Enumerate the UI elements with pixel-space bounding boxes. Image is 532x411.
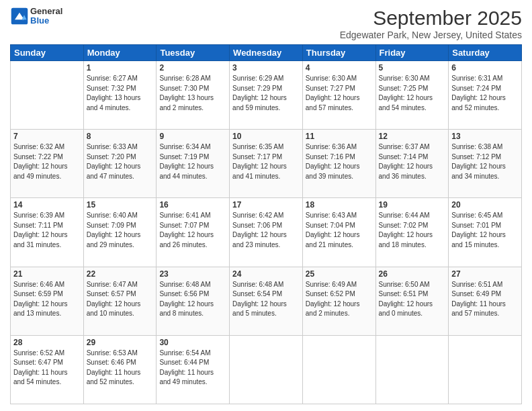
logo-general: General <box>30 7 62 16</box>
day-info: Sunrise: 6:41 AMSunset: 7:07 PMDaylight:… <box>159 211 226 250</box>
calendar-week-row: 1Sunrise: 6:27 AMSunset: 7:32 PMDaylight… <box>11 61 522 130</box>
day-number: 2 <box>159 63 226 73</box>
calendar-cell: 14Sunrise: 6:39 AMSunset: 7:11 PMDayligh… <box>11 198 84 267</box>
day-number: 10 <box>232 132 300 141</box>
calendar-cell: 17Sunrise: 6:42 AMSunset: 7:06 PMDayligh… <box>230 198 303 267</box>
day-info: Sunrise: 6:34 AMSunset: 7:19 PMDaylight:… <box>159 142 226 181</box>
day-info: Sunrise: 6:27 AMSunset: 7:32 PMDaylight:… <box>87 74 154 113</box>
day-info: Sunrise: 6:32 AMSunset: 7:22 PMDaylight:… <box>13 142 81 181</box>
logo-blue: Blue <box>30 16 62 26</box>
calendar-cell: 4Sunrise: 6:30 AMSunset: 7:27 PMDaylight… <box>302 61 375 130</box>
day-number: 22 <box>87 269 154 279</box>
day-number: 15 <box>87 200 154 210</box>
calendar-cell: 11Sunrise: 6:36 AMSunset: 7:16 PMDayligh… <box>302 130 375 198</box>
day-info: Sunrise: 6:31 AMSunset: 7:24 PMDaylight:… <box>451 74 519 113</box>
calendar-cell: 15Sunrise: 6:40 AMSunset: 7:09 PMDayligh… <box>83 198 157 267</box>
calendar-cell: 16Sunrise: 6:41 AMSunset: 7:07 PMDayligh… <box>157 198 230 267</box>
day-info: Sunrise: 6:28 AMSunset: 7:30 PMDaylight:… <box>159 74 226 113</box>
calendar-cell: 18Sunrise: 6:43 AMSunset: 7:04 PMDayligh… <box>302 198 375 267</box>
calendar-cell: 19Sunrise: 6:44 AMSunset: 7:02 PMDayligh… <box>375 198 449 267</box>
calendar-header-row: SundayMondayTuesdayWednesdayThursdayFrid… <box>11 45 522 61</box>
day-number: 4 <box>306 63 373 73</box>
day-info: Sunrise: 6:33 AMSunset: 7:20 PMDaylight:… <box>87 142 154 181</box>
day-info: Sunrise: 6:42 AMSunset: 7:06 PMDaylight:… <box>232 211 300 250</box>
calendar-cell: 13Sunrise: 6:38 AMSunset: 7:12 PMDayligh… <box>449 130 522 198</box>
calendar-cell: 7Sunrise: 6:32 AMSunset: 7:22 PMDaylight… <box>11 130 84 198</box>
day-number: 30 <box>159 338 226 347</box>
calendar-week-row: 28Sunrise: 6:52 AMSunset: 6:47 PMDayligh… <box>11 335 522 404</box>
day-info: Sunrise: 6:46 AMSunset: 6:59 PMDaylight:… <box>13 280 81 319</box>
day-number: 24 <box>232 269 300 279</box>
day-info: Sunrise: 6:43 AMSunset: 7:04 PMDaylight:… <box>306 211 373 250</box>
day-info: Sunrise: 6:50 AMSunset: 6:51 PMDaylight:… <box>379 280 446 319</box>
title-block: September 2025 Edgewater Park, New Jerse… <box>340 7 522 40</box>
day-info: Sunrise: 6:45 AMSunset: 7:01 PMDaylight:… <box>451 211 519 250</box>
day-number: 14 <box>13 200 81 210</box>
day-number: 8 <box>87 132 154 141</box>
day-number: 7 <box>13 132 81 141</box>
day-info: Sunrise: 6:37 AMSunset: 7:14 PMDaylight:… <box>379 142 446 181</box>
logo-icon <box>10 7 29 26</box>
day-number: 12 <box>379 132 446 141</box>
subtitle: Edgewater Park, New Jersey, United State… <box>340 30 522 40</box>
day-number: 5 <box>379 63 446 73</box>
calendar-cell: 23Sunrise: 6:48 AMSunset: 6:56 PMDayligh… <box>157 267 230 335</box>
calendar-cell <box>375 335 449 404</box>
day-info: Sunrise: 6:48 AMSunset: 6:56 PMDaylight:… <box>159 280 226 319</box>
day-number: 28 <box>13 338 81 347</box>
day-info: Sunrise: 6:39 AMSunset: 7:11 PMDaylight:… <box>13 211 81 250</box>
day-number: 17 <box>232 200 300 210</box>
day-info: Sunrise: 6:49 AMSunset: 6:52 PMDaylight:… <box>306 280 373 319</box>
day-number: 3 <box>232 63 300 73</box>
calendar-cell <box>11 61 84 130</box>
page: General Blue September 2025 Edgewater Pa… <box>0 0 532 411</box>
calendar-day-header: Wednesday <box>230 45 303 61</box>
day-number: 25 <box>306 269 373 279</box>
calendar-day-header: Sunday <box>11 45 84 61</box>
calendar-cell: 28Sunrise: 6:52 AMSunset: 6:47 PMDayligh… <box>11 335 84 404</box>
day-number: 9 <box>159 132 226 141</box>
calendar-cell: 21Sunrise: 6:46 AMSunset: 6:59 PMDayligh… <box>11 267 84 335</box>
day-info: Sunrise: 6:51 AMSunset: 6:49 PMDaylight:… <box>451 280 519 319</box>
day-info: Sunrise: 6:38 AMSunset: 7:12 PMDaylight:… <box>451 142 519 181</box>
calendar-cell <box>230 335 303 404</box>
calendar-week-row: 14Sunrise: 6:39 AMSunset: 7:11 PMDayligh… <box>11 198 522 267</box>
logo-text: General Blue <box>30 7 62 26</box>
day-number: 26 <box>379 269 446 279</box>
day-info: Sunrise: 6:44 AMSunset: 7:02 PMDaylight:… <box>379 211 446 250</box>
calendar-cell: 25Sunrise: 6:49 AMSunset: 6:52 PMDayligh… <box>302 267 375 335</box>
day-number: 20 <box>451 200 519 210</box>
day-info: Sunrise: 6:40 AMSunset: 7:09 PMDaylight:… <box>87 211 154 250</box>
calendar-week-row: 7Sunrise: 6:32 AMSunset: 7:22 PMDaylight… <box>11 130 522 198</box>
calendar-week-row: 21Sunrise: 6:46 AMSunset: 6:59 PMDayligh… <box>11 267 522 335</box>
day-info: Sunrise: 6:53 AMSunset: 6:46 PMDaylight:… <box>87 349 154 387</box>
main-title: September 2025 <box>340 7 522 30</box>
day-info: Sunrise: 6:47 AMSunset: 6:57 PMDaylight:… <box>87 280 154 319</box>
header: General Blue September 2025 Edgewater Pa… <box>10 7 522 40</box>
calendar-cell <box>302 335 375 404</box>
calendar-cell: 22Sunrise: 6:47 AMSunset: 6:57 PMDayligh… <box>83 267 157 335</box>
day-number: 1 <box>87 63 154 73</box>
calendar-cell: 10Sunrise: 6:35 AMSunset: 7:17 PMDayligh… <box>230 130 303 198</box>
calendar-cell: 12Sunrise: 6:37 AMSunset: 7:14 PMDayligh… <box>375 130 449 198</box>
calendar-day-header: Monday <box>83 45 157 61</box>
day-number: 13 <box>451 132 519 141</box>
day-info: Sunrise: 6:52 AMSunset: 6:47 PMDaylight:… <box>13 349 81 387</box>
calendar-cell: 29Sunrise: 6:53 AMSunset: 6:46 PMDayligh… <box>83 335 157 404</box>
calendar-table: SundayMondayTuesdayWednesdayThursdayFrid… <box>10 44 522 404</box>
calendar-cell: 9Sunrise: 6:34 AMSunset: 7:19 PMDaylight… <box>157 130 230 198</box>
day-info: Sunrise: 6:36 AMSunset: 7:16 PMDaylight:… <box>306 142 373 181</box>
calendar-cell: 2Sunrise: 6:28 AMSunset: 7:30 PMDaylight… <box>157 61 230 130</box>
day-number: 21 <box>13 269 81 279</box>
calendar-cell: 24Sunrise: 6:48 AMSunset: 6:54 PMDayligh… <box>230 267 303 335</box>
day-info: Sunrise: 6:54 AMSunset: 6:44 PMDaylight:… <box>159 349 226 387</box>
calendar-cell: 26Sunrise: 6:50 AMSunset: 6:51 PMDayligh… <box>375 267 449 335</box>
day-info: Sunrise: 6:29 AMSunset: 7:29 PMDaylight:… <box>232 74 300 113</box>
calendar-cell <box>449 335 522 404</box>
calendar-cell: 5Sunrise: 6:30 AMSunset: 7:25 PMDaylight… <box>375 61 449 130</box>
day-info: Sunrise: 6:30 AMSunset: 7:27 PMDaylight:… <box>306 74 373 113</box>
calendar-cell: 20Sunrise: 6:45 AMSunset: 7:01 PMDayligh… <box>449 198 522 267</box>
logo: General Blue <box>10 7 62 26</box>
day-number: 19 <box>379 200 446 210</box>
calendar-cell: 30Sunrise: 6:54 AMSunset: 6:44 PMDayligh… <box>157 335 230 404</box>
